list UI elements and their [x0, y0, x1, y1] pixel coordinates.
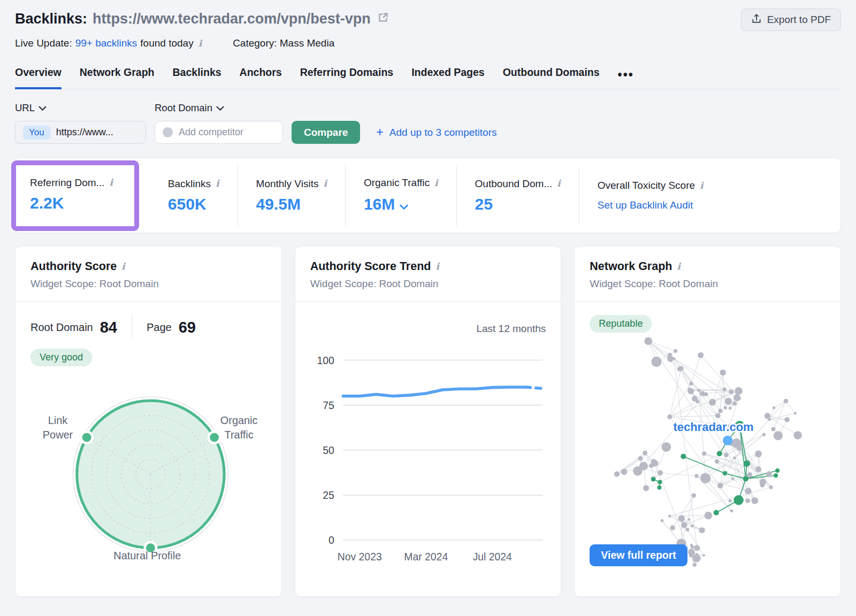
svg-text:Organic: Organic	[220, 414, 258, 426]
authority-score-trend-card: Authority Score Trend i Widget Scope: Ro…	[295, 246, 562, 597]
trend-title: Authority Score Trend i	[310, 260, 546, 273]
svg-text:25: 25	[323, 489, 334, 501]
authority-score-scope: Widget Scope: Root Domain	[30, 278, 266, 290]
header: Backlinks: https://www.techradar.com/vpn…	[15, 9, 841, 31]
live-update-suffix: found today	[140, 37, 193, 49]
metric-value: 650K	[168, 195, 207, 213]
add-competitor-input[interactable]: Add competitor	[155, 121, 283, 144]
metric-referring-dom: Referring Dom...i2.2K	[11, 160, 139, 231]
you-chip: You	[23, 126, 50, 140]
tabs-more-button[interactable]: •••	[618, 68, 634, 89]
plus-icon: +	[376, 125, 383, 140]
category-label: Category: Mass Media	[233, 37, 334, 49]
setup-backlink-audit-link[interactable]: Set up Backlink Audit	[598, 199, 704, 211]
metric-value: 49.5M	[256, 195, 301, 213]
tab-network-graph[interactable]: Network Graph	[80, 66, 155, 89]
tab-referring-domains[interactable]: Referring Domains	[300, 66, 393, 89]
add-competitors-link[interactable]: + Add up to 3 competitors	[376, 121, 496, 144]
live-update-link[interactable]: 99+ backlinks	[75, 37, 137, 49]
report-tabs: OverviewNetwork GraphBacklinksAnchorsRef…	[15, 66, 841, 89]
info-icon[interactable]: i	[434, 179, 438, 188]
score-row: Root Domain 84 Page 69	[30, 315, 266, 339]
metric-label: Backlinks	[168, 178, 211, 190]
info-icon[interactable]: i	[435, 262, 439, 271]
page-title-prefix: Backlinks:	[15, 9, 87, 29]
metric-overall-toxicity-score: Overall Toxicity ScoreiSet up Backlink A…	[579, 167, 722, 224]
compare-button[interactable]: Compare	[292, 121, 360, 144]
info-icon[interactable]: i	[557, 179, 560, 188]
info-icon[interactable]: i	[700, 181, 703, 190]
info-icon[interactable]: i	[677, 262, 680, 271]
info-icon[interactable]: i	[198, 39, 202, 48]
export-icon	[751, 13, 762, 27]
tab-anchors[interactable]: Anchors	[240, 66, 282, 89]
tab-outbound-domains[interactable]: Outbound Domains	[503, 66, 600, 89]
authority-score-trend-chart: 0255075100Nov 2023Mar 2024Jul 2024	[310, 348, 546, 566]
network-graph-card: Network Graph i Widget Scope: Root Domai…	[574, 246, 841, 597]
metric-label: Overall Toxicity Score	[598, 180, 695, 191]
info-icon[interactable]: i	[109, 178, 112, 187]
tab-backlinks[interactable]: Backlinks	[173, 66, 221, 89]
target-url-input[interactable]: You https://www...	[15, 121, 146, 144]
competitor-placeholder: Add competitor	[179, 127, 243, 138]
metric-value: 16M	[364, 195, 395, 213]
authority-score-title: Authority Score i	[30, 260, 266, 273]
chevron-down-icon[interactable]	[400, 196, 408, 214]
metric-label: Referring Dom...	[30, 177, 104, 189]
metric-label: Monthly Visits	[256, 178, 319, 190]
svg-text:Link: Link	[48, 414, 68, 426]
metric-label: Organic Traffic	[364, 177, 430, 189]
trend-scope: Widget Scope: Root Domain	[310, 278, 546, 290]
info-icon[interactable]: i	[216, 179, 219, 188]
svg-text:Mar 2024: Mar 2024	[404, 551, 448, 563]
export-to-pdf-button[interactable]: Export to PDF	[741, 9, 841, 31]
info-icon[interactable]: i	[323, 179, 326, 188]
url-scope-dropdown[interactable]: URL	[15, 102, 146, 114]
page-score: 69	[179, 319, 196, 336]
tab-indexed-pages[interactable]: Indexed Pages	[411, 66, 485, 89]
svg-text:Nov 2023: Nov 2023	[337, 551, 381, 563]
authority-score-radar-chart: LinkPowerOrganicTrafficNatural Profile	[30, 367, 266, 596]
metric-outbound-dom: Outbound Dom...i25	[456, 165, 579, 226]
page-title: Backlinks: https://www.techradar.com/vpn…	[15, 9, 389, 29]
backlinks-report-page: Backlinks: https://www.techradar.com/vpn…	[0, 0, 856, 597]
metrics-summary-bar: Referring Dom...i2.2KBacklinksi650KMonth…	[15, 158, 841, 233]
root-domain-score: 84	[100, 319, 117, 336]
very-good-badge: Very good	[30, 349, 92, 366]
analyzed-url: https://www.techradar.com/vpn/best-vpn	[93, 9, 371, 29]
info-icon[interactable]: i	[121, 262, 125, 271]
metric-value: 25	[475, 195, 493, 213]
live-update-label: Live Update:	[15, 37, 72, 49]
metric-organic-traffic: Organic Traffici16M	[345, 164, 456, 227]
filters-row: URL You https://www... Root Domain Add c…	[15, 102, 841, 144]
widgets-grid: Authority Score i Widget Scope: Root Dom…	[15, 246, 841, 597]
network-graph-scope: Widget Scope: Root Domain	[590, 278, 826, 290]
metric-monthly-visits: Monthly Visitsi49.5M	[238, 165, 345, 226]
svg-text:Natural Profile: Natural Profile	[113, 550, 181, 561]
chevron-down-icon	[216, 102, 224, 114]
svg-text:75: 75	[323, 399, 334, 411]
view-full-report-button[interactable]: View full report	[590, 544, 687, 566]
svg-text:Traffic: Traffic	[225, 429, 254, 441]
svg-text:Jul 2024: Jul 2024	[472, 551, 511, 563]
network-graph-title: Network Graph i	[590, 260, 826, 273]
reputable-badge: Reputable	[590, 315, 652, 333]
svg-text:100: 100	[317, 355, 334, 366]
metric-backlinks: Backlinksi650K	[150, 165, 238, 226]
metric-value: 2.2K	[30, 194, 64, 212]
metric-label: Outbound Dom...	[475, 178, 553, 190]
competitor-color-dot	[163, 127, 173, 137]
subtitle-row: Live Update: 99+ backlinks found today i…	[15, 37, 841, 49]
trend-range-label: Last 12 months	[310, 323, 546, 335]
tab-overview[interactable]: Overview	[15, 66, 62, 89]
root-domain-dropdown[interactable]: Root Domain	[155, 102, 283, 114]
external-link-icon[interactable]	[377, 9, 389, 29]
target-url-value: https://www...	[56, 127, 113, 138]
chevron-down-icon	[39, 102, 47, 114]
authority-score-card: Authority Score i Widget Scope: Root Dom…	[15, 246, 282, 597]
svg-text:0: 0	[328, 534, 334, 546]
svg-text:Power: Power	[43, 429, 73, 441]
svg-text:techradar.com: techradar.com	[674, 420, 754, 434]
svg-text:50: 50	[323, 444, 334, 456]
